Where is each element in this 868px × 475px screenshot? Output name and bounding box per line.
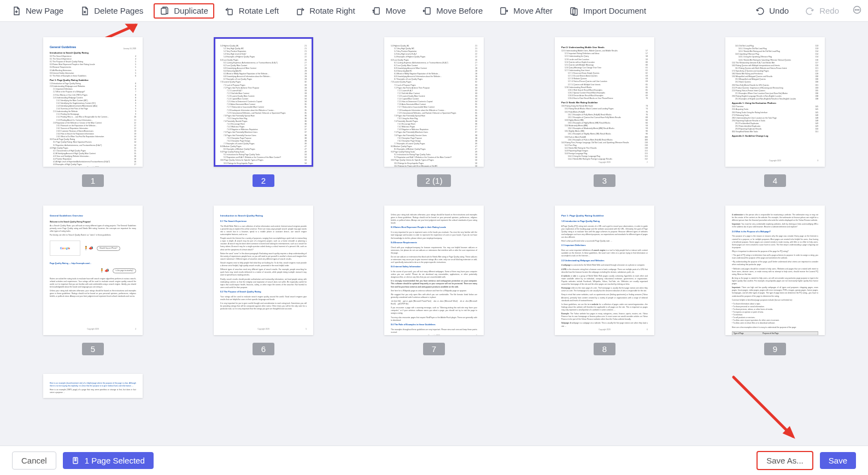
svg-point-9 xyxy=(855,9,856,10)
page-heading: Part 1: Page Quality Rating Guideline xyxy=(561,214,648,218)
rotate-left-label: Rotate Left xyxy=(239,6,279,15)
save-label: Save xyxy=(829,456,847,465)
delete-pages-icon xyxy=(80,6,90,16)
page-thumbnail-1[interactable]: General Guidelines January 14, 2020 Intr… xyxy=(35,37,151,187)
footer-bar: Cancel 1 Page Selected Save As... Save xyxy=(0,445,868,475)
page-thumbnail-2[interactable]: 5.0 Highest Quality (H)21 5.1 Very High … xyxy=(206,37,321,187)
undo-label: Undo xyxy=(769,6,789,15)
page-thumbnail-7[interactable]: Unless your rating task indicates otherw… xyxy=(376,206,492,355)
rotate-right-icon xyxy=(295,6,305,16)
selection-count-button[interactable]: 1 Page Selected xyxy=(63,452,154,469)
save-button[interactable]: Save xyxy=(820,452,856,469)
move-button[interactable]: Move xyxy=(366,3,412,19)
new-page-label: New Page xyxy=(26,6,63,15)
page-number-badge: 4 xyxy=(764,174,786,187)
page-heading: General Guidelines Overview xyxy=(50,214,136,218)
new-page-button[interactable]: New Page xyxy=(5,3,69,19)
redo-button[interactable]: Redo xyxy=(799,3,845,19)
page-number-badge: 9 xyxy=(764,343,786,355)
toolbar: New Page Delete Pages Duplicate Rotate L… xyxy=(0,0,868,22)
move-after-button[interactable]: Move After xyxy=(493,3,559,19)
page-number-badge: 3 xyxy=(594,174,615,187)
svg-rect-2 xyxy=(297,9,302,15)
section-heading: Part 2: Understanding Mobile User Needs xyxy=(561,46,648,49)
undo-button[interactable]: Undo xyxy=(749,3,795,19)
more-options-button[interactable] xyxy=(849,3,865,19)
rotate-right-button[interactable]: Rotate Right xyxy=(289,3,361,19)
cancel-label: Cancel xyxy=(21,456,47,465)
save-as-button[interactable]: Save As... xyxy=(756,451,813,470)
move-after-icon xyxy=(499,6,509,16)
page-thumbnail-2-copy[interactable]: 5.0 Highest Quality (H)21 5.1 Very High … xyxy=(376,37,492,187)
more-icon xyxy=(852,5,862,16)
page-number-badge: 6 xyxy=(253,343,274,355)
page-grid-workspace[interactable]: General Guidelines January 14, 2020 Intr… xyxy=(0,22,868,445)
move-label: Move xyxy=(386,6,406,15)
move-icon xyxy=(372,6,382,16)
page-thumbnail-5[interactable]: General Guidelines Overview Welcome to t… xyxy=(35,206,151,355)
svg-point-10 xyxy=(857,9,858,10)
page-thumbnail-3[interactable]: Part 2: Understanding Mobile User Needs … xyxy=(547,37,662,187)
svg-rect-5 xyxy=(501,8,506,14)
page-thumbnail-6[interactable]: Introduction to Search Quality Rating 0.… xyxy=(206,206,321,355)
rotate-right-label: Rotate Right xyxy=(309,6,355,15)
section-heading: Appendix 2: Guideline Change Log xyxy=(732,134,818,138)
section-heading: Appendix 1: Using the Evaluation Platfor… xyxy=(732,102,818,105)
redo-icon xyxy=(805,6,815,16)
selection-count-label: 1 Page Selected xyxy=(85,456,145,465)
svg-rect-3 xyxy=(374,8,379,14)
undo-icon xyxy=(755,6,765,16)
svg-rect-4 xyxy=(425,8,430,14)
page-number-badge: 8 xyxy=(594,343,615,355)
delete-pages-button[interactable]: Delete Pages xyxy=(74,3,149,19)
cancel-button[interactable]: Cancel xyxy=(12,451,56,470)
svg-rect-0 xyxy=(161,8,166,14)
svg-rect-1 xyxy=(228,9,232,15)
rotate-left-button[interactable]: Rotate Left xyxy=(219,3,285,19)
svg-marker-13 xyxy=(128,25,136,31)
duplicate-button[interactable]: Duplicate xyxy=(154,3,214,19)
move-after-label: Move After xyxy=(513,6,553,15)
import-document-button[interactable]: Import Document xyxy=(563,3,652,19)
page-number-badge: 2 (1) xyxy=(417,174,451,187)
page-number-badge: 1 xyxy=(82,174,104,187)
move-before-button[interactable]: Move Before xyxy=(416,3,489,19)
delete-pages-label: Delete Pages xyxy=(94,6,143,15)
duplicate-label: Duplicate xyxy=(174,6,208,15)
page-thumbnail-9[interactable]: A webmaster is the person who is respons… xyxy=(717,206,833,355)
move-before-icon xyxy=(422,6,432,16)
page-thumbnail-4[interactable]: 14.5 Did Not Load Flag113 14.5.1 Using t… xyxy=(717,37,833,187)
section-heading: Introduction to Search Quality Rating xyxy=(50,51,136,55)
redo-label: Redo xyxy=(819,6,839,15)
import-document-icon xyxy=(569,6,579,16)
page-thumbnail-10[interactable]: Here is an example (class/treatment site… xyxy=(35,374,151,398)
pages-icon xyxy=(72,456,80,465)
move-before-label: Move Before xyxy=(436,6,483,15)
import-document-label: Import Document xyxy=(583,6,646,15)
new-page-icon xyxy=(11,6,21,16)
page-number-badge: 2 xyxy=(253,174,274,187)
save-as-label: Save As... xyxy=(766,456,804,465)
page-number-badge: 7 xyxy=(423,343,445,355)
svg-point-11 xyxy=(858,9,859,10)
duplicate-icon xyxy=(160,6,169,16)
page-thumbnail-8[interactable]: Part 1: Page Quality Rating Guideline 1.… xyxy=(547,206,662,355)
page-heading: Introduction to Search Quality Rating xyxy=(220,214,307,218)
page-number-badge: 5 xyxy=(82,343,104,355)
rotate-left-icon xyxy=(225,6,234,16)
svg-marker-15 xyxy=(785,429,793,436)
section-heading: Part 3: Needs Met Rating Guideline xyxy=(561,101,648,104)
